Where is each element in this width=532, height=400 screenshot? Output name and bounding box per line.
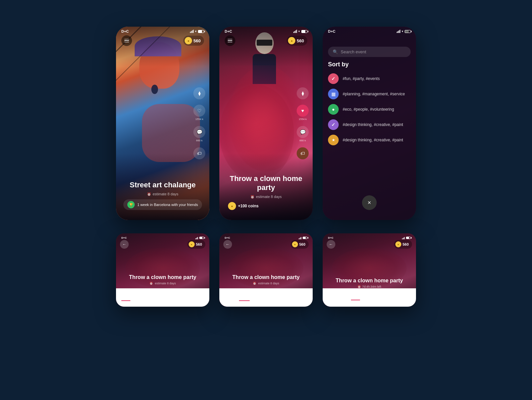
coin-b3: ● — [395, 241, 401, 247]
phone-header-2: ● 560 — [219, 27, 313, 49]
back-button-b1[interactable]: ← — [120, 240, 129, 249]
like-action[interactable]: ♡ 1554 k — [193, 105, 205, 121]
phone-bottom-2: D+C ← ● 560 Throw a clown home p — [219, 233, 313, 307]
close-button[interactable]: × — [362, 195, 377, 210]
bf-b2 — [303, 237, 306, 239]
filter-icon-2: ⧫ — [302, 91, 304, 96]
tab-press-b3[interactable]: press — [328, 295, 337, 300]
tabs-area-b1: intro guide Q&A — [116, 288, 209, 307]
wifi-icon-3: ▾ — [402, 30, 403, 33]
sort-star-icon: ★ — [332, 138, 335, 142]
menu-button-2[interactable] — [225, 35, 235, 46]
bookmark-circle-2[interactable]: 🏷 — [297, 147, 309, 159]
event-estimate-2: ⏰ estimate 8 days — [225, 195, 307, 199]
tab-intro-b3[interactable]: intro — [340, 295, 348, 300]
est-b1: ⏰ estimate 8 days — [116, 282, 209, 285]
tabs-row-b2: intro guide Q&A — [219, 294, 313, 301]
comment-icon-2: 💬 — [300, 129, 306, 135]
coins-value: 560 — [193, 38, 201, 43]
sort-item-3[interactable]: ● #eco, #people, #volunteering — [328, 104, 411, 115]
bookmark-circle[interactable]: 🏷 — [193, 147, 205, 159]
cv-b3: 560 — [403, 242, 409, 246]
event-title: Street art chalange — [121, 181, 204, 189]
back-button-b3[interactable]: ← — [327, 240, 335, 249]
tab-intro-b1[interactable]: intro — [121, 294, 130, 301]
search-icon: 🔍 — [333, 49, 338, 54]
filter-action-2[interactable]: ⧫ — [297, 87, 309, 99]
comment-circle-2[interactable]: 💬 — [297, 126, 309, 138]
back-button-b2[interactable]: ← — [223, 240, 232, 249]
menu-button[interactable] — [121, 35, 132, 46]
menu-line-2 — [124, 40, 129, 41]
like-circle[interactable]: ♡ — [193, 105, 205, 117]
coins-b1: ● 560 — [187, 240, 205, 249]
tab-qa-b3[interactable]: Q&A — [363, 295, 371, 300]
signal-b3 — [402, 236, 405, 239]
coin-b1: ● — [189, 241, 195, 247]
sort-item-5[interactable]: ★ #design thinking, #creative, #paint — [328, 135, 411, 145]
tab-guide-b1[interactable]: guide — [136, 295, 146, 301]
comment-action-2[interactable]: 💬 660 k — [297, 126, 309, 142]
reward-text: 1 week in Barcelona with your friends — [137, 203, 198, 207]
tab-guide-b3[interactable]: guide — [351, 295, 360, 300]
ml1 — [228, 39, 232, 40]
phone-bottom-content-2: Throw a clown home party ⏰ estimate 8 da… — [219, 168, 313, 220]
bookmark-action[interactable]: 🏷 — [193, 147, 205, 159]
coins-reward: ● +100 coins — [225, 202, 307, 210]
est-b2: ⏰ estimate 8 days — [219, 282, 313, 285]
tab-guide-b2[interactable]: guide — [239, 294, 250, 301]
clock-b2: ⏰ — [253, 282, 256, 285]
tab-qa-b2[interactable]: Q&A — [255, 295, 264, 301]
tabs-row-b3: press intro guide Q&A — [323, 295, 416, 300]
status-icons-3: ▾ — [397, 30, 411, 33]
ml3 — [228, 42, 232, 43]
top-row: D+C ▾ ● — [116, 27, 416, 220]
coins-badge: ● 560 — [183, 36, 204, 46]
tab-intro-b2[interactable]: intro — [225, 295, 234, 301]
comment-action[interactable]: 💬 660 k — [193, 126, 205, 142]
bookmark-icon: 🏷 — [197, 151, 202, 156]
sort-avatar-1: ✓ — [328, 73, 339, 84]
bottom-row: D+C ← ● 560 Throw a clown home p — [116, 233, 416, 307]
phone-clown-party: D+C ▾ ● — [219, 27, 313, 220]
si-b1 — [195, 236, 204, 239]
sort-item-1[interactable]: ✓ #fun, #party, #events — [328, 73, 411, 84]
bsb3-2 — [403, 238, 404, 239]
filter-icon: ⧫ — [198, 91, 201, 96]
sort-avatar-2: ▦ — [328, 89, 339, 99]
clock-b3: ⏰ — [357, 285, 361, 288]
app-label-b3: D+C — [328, 236, 333, 239]
filter-action[interactable]: ⧫ — [193, 87, 205, 99]
battery-icon-3 — [405, 30, 411, 33]
signal-b2 — [299, 236, 301, 239]
heart-icon-2: ♥ — [301, 108, 304, 113]
sort-by-title: Sort by — [323, 61, 416, 73]
search-bar[interactable]: 🔍 Search event — [328, 47, 411, 57]
like-circle-2[interactable]: ♥ — [297, 105, 309, 117]
filter-circle[interactable]: ⧫ — [193, 87, 205, 99]
coins-reward-icon: ● — [228, 202, 236, 210]
sort-label-3: #eco, #people, #volunteering — [343, 107, 394, 112]
cv-b1: 560 — [196, 242, 202, 246]
coins-reward-text: +100 coins — [238, 204, 259, 208]
sort-item-2[interactable]: ▦ #planning, #management, #service — [328, 89, 411, 99]
filter-circle-2[interactable]: ⧫ — [297, 87, 309, 99]
est-text-b2: estimate 8 days — [258, 282, 279, 285]
app-label-b1: D+C — [121, 236, 127, 239]
sort-eco-icon: ● — [332, 107, 335, 112]
signal-bars-3 — [397, 30, 400, 33]
reward-icon: 🏆 — [127, 201, 135, 208]
sort-item-4[interactable]: ✓ #design thinking, #creative, #paint — [328, 119, 411, 130]
clock-b1: ⏰ — [149, 282, 153, 285]
like-action-2[interactable]: ♥ 1554 k — [297, 105, 309, 121]
comment-circle[interactable]: 💬 — [193, 126, 205, 138]
clock-icon-2: ⏰ — [250, 195, 254, 199]
tab-qa-b1[interactable]: Q&A — [152, 295, 161, 301]
estimate-text: estimate 8 days — [153, 192, 178, 196]
app-label-b2: D+C — [225, 236, 230, 239]
comment-count: 660 k — [196, 139, 203, 142]
title-b1: Throw a clown home party — [116, 274, 209, 280]
action-buttons: ⧫ ♡ 1554 k 💬 660 k 🏷 — [193, 87, 205, 159]
coins-b2: ● 560 — [291, 240, 309, 249]
bookmark-action-2[interactable]: 🏷 — [297, 147, 309, 159]
